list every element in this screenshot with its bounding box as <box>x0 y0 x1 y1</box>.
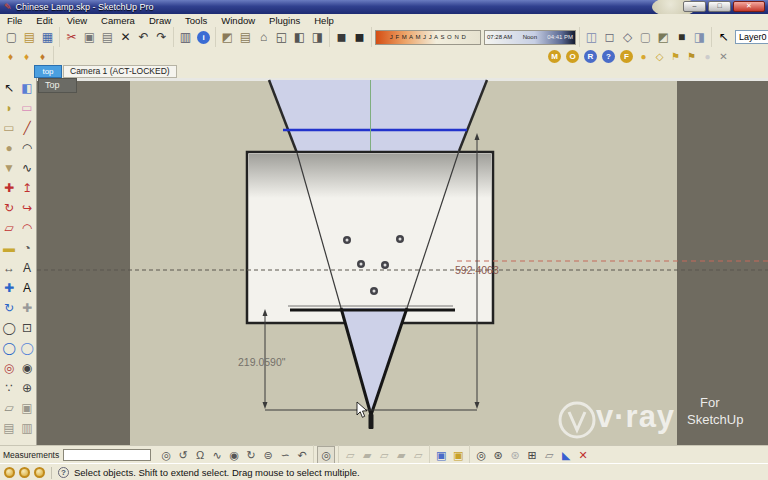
section-fill-icon[interactable]: ▥ <box>18 418 36 438</box>
rectangle-tool-icon[interactable]: ▭ <box>0 118 18 138</box>
protractor-icon[interactable]: ◔ <box>18 238 36 258</box>
cut-icon[interactable]: ✂ <box>63 29 80 46</box>
shaded-style-icon[interactable]: ◩ <box>655 29 672 46</box>
curve-tool-icon-7[interactable]: ⊜ <box>260 447 276 463</box>
lamp-cone-bottom-face[interactable] <box>341 308 407 415</box>
tab-camera1[interactable]: Camera 1 (ACT-LOCKED) <box>63 65 177 78</box>
curve-tool-icon-3[interactable]: Ω <box>192 447 208 463</box>
vray-material-editor-icon[interactable]: M <box>548 50 561 63</box>
sandbox-tool-icon-1[interactable]: ♦ <box>3 49 18 63</box>
sandbox-tool-icon-2[interactable]: ♦ <box>19 49 34 63</box>
vray-omni-light-icon[interactable]: ● <box>700 49 715 63</box>
menu-item[interactable]: File <box>0 15 29 26</box>
line-tool-icon[interactable]: ╱ <box>18 118 36 138</box>
model-canvas[interactable]: 592.4063 219.0590" <box>37 78 768 445</box>
monochrome-style-icon[interactable]: ◨ <box>691 29 708 46</box>
open-file-icon[interactable]: ▤ <box>21 29 38 46</box>
arc-tool-icon[interactable]: ◠ <box>18 138 36 158</box>
offset-tool-icon[interactable]: ◠ <box>18 218 36 238</box>
menu-item[interactable]: Draw <box>142 15 178 26</box>
freehand-tool-icon[interactable]: ∿ <box>18 158 36 178</box>
status-orb-icon-1[interactable] <box>4 467 15 478</box>
textured-style-icon[interactable]: ■ <box>673 29 690 46</box>
dimension-tool-icon[interactable]: ↔ <box>0 258 18 278</box>
curve-tool-icon-8[interactable]: ∽ <box>277 447 293 463</box>
menu-item[interactable]: Camera <box>94 15 142 26</box>
blue-sail-icon[interactable]: ◣ <box>558 447 574 463</box>
shadow-date-slider[interactable]: J F M A M J J A S O N D <box>375 30 481 45</box>
model-info-icon[interactable]: i <box>197 31 210 44</box>
make-component-icon[interactable]: ◧ <box>18 78 36 98</box>
right-view-icon[interactable]: ◨ <box>309 29 326 46</box>
status-orb-icon-2[interactable] <box>19 467 30 478</box>
vray-spot-light-icon[interactable]: ⚑ <box>684 49 699 63</box>
3d-text-tool-icon[interactable]: A <box>18 278 36 298</box>
lamp-finial[interactable] <box>369 414 374 429</box>
shadow-settings-icon[interactable]: ◼ <box>333 29 350 46</box>
maximize-button[interactable]: □ <box>708 1 731 12</box>
top-view-icon[interactable]: ▤ <box>237 29 254 46</box>
section-plane-icon[interactable]: ▱ <box>0 398 18 418</box>
wireframe-style-icon[interactable]: ◇ <box>619 29 636 46</box>
shadow-toggle-icon[interactable]: ◼ <box>351 29 368 46</box>
hidden-line-style-icon[interactable]: ▢ <box>637 29 654 46</box>
select-tool-icon[interactable]: ↖ <box>0 78 18 98</box>
vray-frame-buffer-icon[interactable]: F <box>620 50 633 63</box>
model-viewport[interactable]: 592.4063 219.0590" Top v·ray For SketchU… <box>37 78 768 445</box>
layer-select[interactable]: Layer0 ▼ <box>735 30 768 44</box>
camera-film-icon[interactable]: ⊞ <box>524 447 540 463</box>
xray-style-icon[interactable]: ◫ <box>583 29 600 46</box>
zoom-extents-icon[interactable]: ⊡ <box>18 318 36 338</box>
shadow-time-slider[interactable]: 07:28 AM Noon 04:41 PM <box>484 30 576 45</box>
menu-item[interactable]: Edit <box>29 15 59 26</box>
new-file-icon[interactable]: ▢ <box>3 29 20 46</box>
move-tool-icon[interactable]: ✚ <box>0 178 18 198</box>
vray-options-icon[interactable]: O <box>566 50 579 63</box>
stage-target-icon[interactable]: ◎ <box>473 447 489 463</box>
polygon-tool-icon[interactable]: ▼ <box>0 158 18 178</box>
menu-item[interactable]: Plugins <box>262 15 307 26</box>
copy-icon[interactable]: ▣ <box>81 29 98 46</box>
curve-tool-icon-5[interactable]: ◉ <box>226 447 242 463</box>
zoom-tool-icon[interactable]: ◯ <box>0 318 18 338</box>
lamp-cone-top-face[interactable] <box>269 80 487 153</box>
wire-plane-icon[interactable]: ▱ <box>541 447 557 463</box>
curve-tool-icon-2[interactable]: ↺ <box>175 447 191 463</box>
back-edges-style-icon[interactable]: ◻ <box>601 29 618 46</box>
iso-view-icon[interactable]: ◩ <box>219 29 236 46</box>
section-cut-icon[interactable]: ▤ <box>0 418 18 438</box>
erase-icon[interactable]: ✕ <box>117 29 134 46</box>
left-view-icon[interactable]: ◧ <box>291 29 308 46</box>
circle-tool-icon[interactable]: ● <box>0 138 18 158</box>
curve-tool-icon-4[interactable]: ∿ <box>209 447 225 463</box>
curve-tool-icon-1[interactable]: ◎ <box>158 447 174 463</box>
measurements-input[interactable] <box>63 449 151 461</box>
curve-edit-icon[interactable]: ◎ <box>317 446 335 464</box>
curve-tool-icon-6[interactable]: ↻ <box>243 447 259 463</box>
vray-sphere-icon[interactable]: ● <box>636 49 651 63</box>
zoom-previous-icon[interactable]: ◯ <box>0 338 18 358</box>
title-bar[interactable]: ✎ Chinese Lamp.skp - SketchUp Pro – □ ✕ <box>0 0 768 14</box>
orbit-tool-icon[interactable]: ↻ <box>0 298 18 318</box>
paste-icon[interactable]: ▤ <box>99 29 116 46</box>
tab-top[interactable]: top <box>34 65 62 78</box>
pan-tool-icon[interactable]: ✚ <box>18 298 36 318</box>
save-file-icon[interactable]: ▦ <box>39 29 56 46</box>
help-icon[interactable]: ? <box>58 467 69 478</box>
import-folder-icon[interactable]: ▣ <box>433 447 449 463</box>
undo-icon[interactable]: ↶ <box>135 29 152 46</box>
status-orb-icon-3[interactable] <box>34 467 45 478</box>
front-view-icon[interactable]: ⌂ <box>255 29 272 46</box>
print-icon[interactable]: ▥ <box>177 29 194 46</box>
export-folder-icon[interactable]: ▣ <box>450 447 466 463</box>
sandbox-tool-icon-3[interactable]: ♦ <box>35 49 50 63</box>
tape-measure-icon[interactable]: ▬ <box>0 238 18 258</box>
vray-render-icon[interactable]: R <box>584 50 597 63</box>
redo-icon[interactable]: ↷ <box>153 29 170 46</box>
vray-infinite-plane-icon[interactable]: ◇ <box>652 49 667 63</box>
eraser-icon[interactable]: ▭ <box>18 98 36 118</box>
walk-tool-icon[interactable]: ∵ <box>0 378 18 398</box>
back-view-icon[interactable]: ◱ <box>273 29 290 46</box>
paint-bucket-icon[interactable]: ◗ <box>0 98 18 118</box>
walk-target-icon[interactable]: ⊕ <box>18 378 36 398</box>
